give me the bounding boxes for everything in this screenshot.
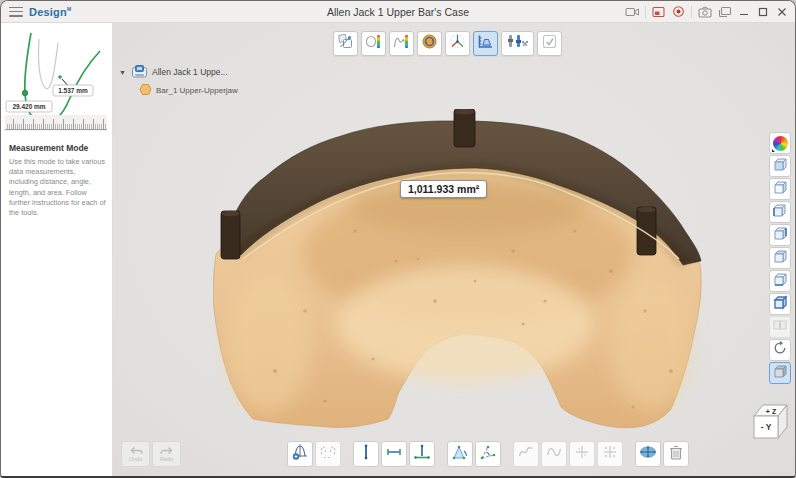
deviation-profile-icon bbox=[393, 33, 410, 54]
area-measurement-label[interactable]: 1,011.933 mm² bbox=[400, 180, 487, 198]
sketch-transform-button[interactable] bbox=[333, 31, 358, 56]
color-map-button[interactable] bbox=[769, 132, 791, 154]
measure-angle-lines-button[interactable] bbox=[475, 441, 501, 467]
camcorder-icon[interactable] bbox=[625, 5, 640, 18]
sketch-transform-icon bbox=[337, 33, 354, 54]
measurement-panel: 1.537 mm 29.420 mm Measurement Mode bbox=[1, 23, 113, 476]
reset-view-button[interactable] bbox=[769, 339, 791, 361]
angle-3point-icon bbox=[451, 443, 469, 465]
shaded-cube-icon bbox=[772, 363, 788, 383]
curve-section-1-button[interactable] bbox=[513, 441, 539, 467]
measure-area-auto-button[interactable] bbox=[287, 441, 313, 467]
maximize-button[interactable] bbox=[756, 5, 770, 18]
collapse-arrow-icon[interactable]: ▼ bbox=[119, 69, 127, 76]
view-back-button[interactable] bbox=[769, 178, 791, 200]
section-tools-group bbox=[513, 441, 623, 467]
trash-icon bbox=[668, 444, 684, 465]
redo-label: Redo bbox=[160, 456, 173, 462]
titlebar-controls bbox=[625, 5, 789, 18]
axis-top-label: + Z bbox=[766, 408, 777, 415]
length-callout: 29.420 mm bbox=[6, 101, 52, 112]
view-isometric-button[interactable] bbox=[769, 293, 791, 315]
axis-gizmo[interactable]: + Z - Y bbox=[742, 401, 794, 453]
view-front-button[interactable] bbox=[769, 155, 791, 177]
view-bottom-button[interactable] bbox=[769, 270, 791, 292]
measurement-mode-button[interactable] bbox=[473, 31, 498, 56]
calibration-tools-button[interactable] bbox=[501, 31, 534, 56]
scanner-icon bbox=[131, 64, 148, 81]
screen-record-icon[interactable] bbox=[651, 5, 666, 18]
delete-measurement-button[interactable] bbox=[663, 441, 689, 467]
jaw-model[interactable] bbox=[213, 109, 753, 449]
redo-button[interactable]: Redo bbox=[152, 441, 181, 467]
split-view-icon bbox=[772, 317, 788, 337]
view-left-button[interactable] bbox=[769, 201, 791, 223]
tree-root-label: Allen Jack 1 Uppe... bbox=[152, 67, 228, 77]
svg-text:1.537 mm: 1.537 mm bbox=[58, 87, 88, 94]
record-icon[interactable] bbox=[671, 5, 686, 18]
deviation-sphere-button[interactable] bbox=[361, 31, 386, 56]
camera-icon[interactable] bbox=[697, 5, 712, 18]
curve-section-2-button[interactable] bbox=[541, 441, 567, 467]
occlusion-analysis-icon bbox=[421, 33, 438, 54]
deviation-profile-button[interactable] bbox=[389, 31, 414, 56]
calibration-tools-icon bbox=[506, 33, 530, 54]
confirm-check-icon bbox=[541, 33, 558, 54]
panel-description: Use this mode to take various data measu… bbox=[9, 157, 106, 218]
distance-tools-group bbox=[353, 441, 435, 467]
app-badge: M bbox=[67, 6, 71, 12]
viewport-3d[interactable]: ▼ Allen Jack 1 Uppe... Bar_1 Upper-Upper… bbox=[113, 23, 795, 476]
measure-length-button[interactable] bbox=[381, 441, 407, 467]
history-group: Undo Redo bbox=[121, 441, 181, 467]
confirm-check-button[interactable] bbox=[537, 31, 562, 56]
measure-length-icon bbox=[385, 443, 403, 465]
tree-root[interactable]: ▼ Allen Jack 1 Uppe... bbox=[119, 63, 238, 81]
model-tree: ▼ Allen Jack 1 Uppe... Bar_1 Upper-Upper… bbox=[119, 63, 238, 99]
refresh-icon bbox=[772, 340, 788, 360]
model-display-button[interactable] bbox=[769, 362, 791, 384]
close-button[interactable] bbox=[775, 5, 789, 18]
titlebar: DesignM Allen Jack 1 Upper Bar's Case bbox=[1, 1, 795, 23]
measure-distance-icon bbox=[357, 443, 375, 465]
cascade-windows-icon[interactable] bbox=[717, 5, 732, 18]
cube-top-icon bbox=[772, 248, 788, 268]
deviation-sphere-icon bbox=[365, 33, 382, 54]
curve-section-2-icon bbox=[545, 443, 563, 465]
axis-front-label: - Y bbox=[761, 422, 772, 432]
split-view-button[interactable] bbox=[769, 316, 791, 338]
tree-child[interactable]: Bar_1 Upper-Upperjaw bbox=[139, 81, 238, 99]
measure-surface-area-button[interactable] bbox=[635, 441, 661, 467]
measure-angle-3point-button[interactable] bbox=[447, 441, 473, 467]
cube-back-icon bbox=[772, 179, 788, 199]
cross-point-1-button[interactable] bbox=[569, 441, 595, 467]
app-window: DesignM Allen Jack 1 Upper Bar's Case bbox=[0, 0, 796, 478]
view-right-button[interactable] bbox=[769, 224, 791, 246]
app-logo: DesignM bbox=[29, 6, 71, 18]
occlusion-analysis-button[interactable] bbox=[417, 31, 442, 56]
cube-front-icon bbox=[772, 156, 788, 176]
measure-height-button[interactable] bbox=[409, 441, 435, 467]
cross-point-2-icon bbox=[601, 443, 619, 465]
measure-area-auto-icon bbox=[291, 443, 309, 465]
measure-boundary-button[interactable] bbox=[315, 441, 341, 467]
coordinate-axes-icon bbox=[449, 33, 466, 54]
measure-point bbox=[58, 75, 62, 79]
cube-left-icon bbox=[772, 202, 788, 222]
cube-bottom-icon bbox=[772, 271, 788, 291]
menu-icon[interactable] bbox=[9, 7, 23, 17]
svg-text:29.420 mm: 29.420 mm bbox=[12, 103, 45, 110]
measure-boundary-icon bbox=[319, 443, 337, 465]
coordinate-axes-button[interactable] bbox=[445, 31, 470, 56]
measure-distance-button[interactable] bbox=[353, 441, 379, 467]
curve-section-1-icon bbox=[517, 443, 535, 465]
view-toolbar bbox=[769, 132, 791, 384]
panel-heading: Measurement Mode bbox=[9, 143, 88, 153]
minimize-button[interactable] bbox=[737, 5, 751, 18]
angle-lines-icon bbox=[479, 443, 497, 465]
undo-button[interactable]: Undo bbox=[121, 441, 150, 467]
undo-label: Undo bbox=[129, 456, 142, 462]
view-top-button[interactable] bbox=[769, 247, 791, 269]
separator bbox=[691, 6, 692, 18]
hexagon-icon bbox=[139, 83, 152, 98]
cross-point-2-button[interactable] bbox=[597, 441, 623, 467]
